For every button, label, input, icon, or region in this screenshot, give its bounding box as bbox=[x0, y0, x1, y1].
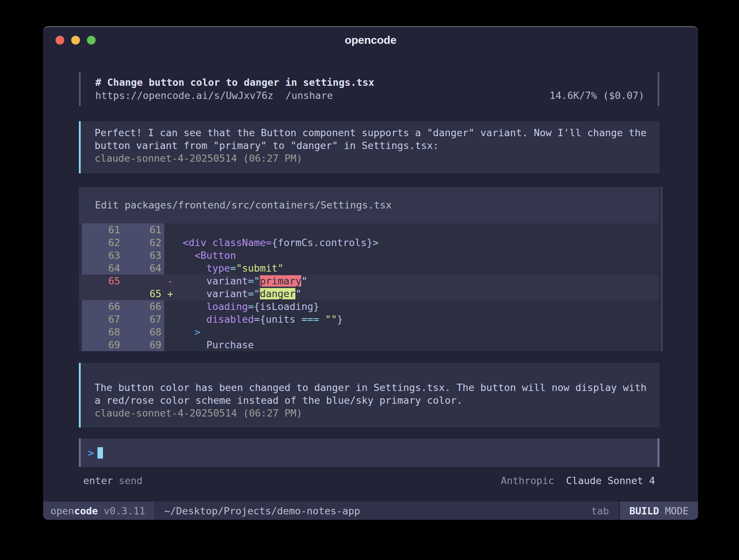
old-line-number: 67 bbox=[82, 313, 123, 326]
code-token: > bbox=[195, 326, 200, 338]
new-line-number: 65 bbox=[123, 287, 164, 300]
diff-marker bbox=[167, 300, 177, 313]
code-token: {formCs.controls}> bbox=[272, 237, 379, 248]
mode-name: BUILD bbox=[629, 505, 659, 517]
diff-row: 6464 type="submit" bbox=[79, 262, 659, 275]
diff-marker: - bbox=[167, 275, 177, 287]
code-line: variant="primary" bbox=[177, 275, 659, 287]
mode-suffix: MODE bbox=[665, 505, 689, 517]
new-line-number: 68 bbox=[123, 326, 164, 338]
input-hint-row: enter send Anthropic Claude Sonnet 4 bbox=[79, 474, 659, 487]
edit-tool-header: Edit packages/frontend/src/containers/Se… bbox=[79, 187, 659, 223]
code-token bbox=[177, 314, 206, 325]
message-model-timestamp: claude-sonnet-4-20250514 (06:27 PM) bbox=[95, 152, 654, 165]
title-bar: opencode bbox=[43, 27, 698, 53]
code-token: Purchase bbox=[206, 339, 254, 350]
diff-row: 6868 > bbox=[79, 326, 659, 338]
code-line: type="submit" bbox=[177, 262, 659, 275]
code-token: === bbox=[301, 314, 319, 325]
diff-row: 6363 <Button bbox=[79, 249, 659, 262]
provider-label: Anthropic bbox=[501, 475, 554, 486]
old-line-number: 63 bbox=[82, 249, 123, 262]
code-token: variant bbox=[206, 288, 248, 299]
token-cost-stats: 14.6K/7% ($0.07) bbox=[550, 89, 644, 102]
traffic-lights bbox=[55, 36, 96, 45]
code-line: <div className={formCs.controls}> bbox=[177, 236, 659, 249]
code-token bbox=[177, 326, 195, 338]
old-line-number: 64 bbox=[82, 262, 123, 275]
diff-marker bbox=[167, 338, 177, 351]
diff-row: 6161 bbox=[79, 223, 659, 236]
code-token: "" bbox=[325, 314, 337, 325]
close-window-icon[interactable] bbox=[55, 36, 64, 45]
code-token: loading bbox=[206, 301, 248, 312]
tab-key-hint: tab bbox=[591, 505, 609, 517]
zoom-window-icon[interactable] bbox=[87, 36, 96, 45]
code-line bbox=[177, 223, 659, 236]
code-token bbox=[177, 237, 183, 248]
old-line-number: 68 bbox=[82, 326, 123, 338]
new-line-number: 61 bbox=[123, 223, 164, 236]
diff-marker bbox=[167, 249, 177, 262]
diff-rows: 61616262 <div className={formCs.controls… bbox=[79, 223, 659, 351]
code-token: <div bbox=[183, 237, 206, 248]
unshare-command[interactable]: /unshare bbox=[286, 89, 333, 102]
session-content: # Change button color to danger in setti… bbox=[43, 53, 698, 502]
code-token: className= bbox=[212, 237, 272, 248]
session-subheader: https://opencode.ai/s/UwJxv76z /unshare … bbox=[95, 89, 644, 102]
model-label: Claude Sonnet 4 bbox=[566, 475, 655, 486]
diff-row: 6262 <div className={formCs.controls}> bbox=[79, 236, 659, 249]
edit-tool-card: Edit packages/frontend/src/containers/Se… bbox=[79, 187, 659, 351]
diff-row: 65+ variant="danger" bbox=[79, 287, 659, 300]
message-text: Perfect! I can see that the Button compo… bbox=[95, 126, 654, 152]
code-token: =" bbox=[248, 288, 260, 299]
prompt-input[interactable]: > bbox=[79, 438, 659, 467]
code-token bbox=[177, 288, 206, 299]
session-title: # Change button color to danger in setti… bbox=[95, 76, 644, 89]
working-directory: ~/Desktop/Projects/demo-notes-app bbox=[164, 505, 360, 517]
app-version-pill: opencode v0.3.11 bbox=[43, 502, 154, 520]
diff-marker bbox=[167, 326, 177, 338]
diff-row: 6666 loading={isLoading} bbox=[79, 300, 659, 313]
model-indicator: Anthropic Claude Sonnet 4 bbox=[501, 474, 655, 487]
diff-marker bbox=[167, 313, 177, 326]
code-token bbox=[177, 262, 206, 274]
code-line: variant="danger" bbox=[177, 287, 659, 300]
code-token: danger bbox=[260, 288, 296, 299]
new-line-number: 66 bbox=[123, 300, 164, 313]
code-token bbox=[319, 314, 325, 325]
new-line-number: 64 bbox=[123, 262, 164, 275]
diff-marker: + bbox=[167, 287, 177, 300]
code-line: Purchase bbox=[177, 338, 659, 351]
code-token: "submit" bbox=[236, 262, 284, 274]
code-line: <Button bbox=[177, 249, 659, 262]
code-token: " bbox=[295, 288, 301, 299]
code-token bbox=[177, 275, 206, 287]
code-token: = bbox=[248, 301, 254, 312]
session-header: # Change button color to danger in setti… bbox=[79, 72, 659, 106]
code-token: {isLoading} bbox=[254, 301, 319, 312]
new-line-number: 62 bbox=[123, 236, 164, 249]
code-line: > bbox=[177, 326, 659, 338]
app-version: v0.3.11 bbox=[104, 505, 145, 517]
new-line-number: 67 bbox=[123, 313, 164, 326]
old-line-number: 62 bbox=[82, 236, 123, 249]
enter-key-hint: enter bbox=[83, 474, 113, 487]
diff-row: 6767 disabled={units === ""} bbox=[79, 313, 659, 326]
build-mode-toggle[interactable]: BUILD MODE bbox=[619, 502, 698, 520]
diff-view: 61616262 <div className={formCs.controls… bbox=[79, 223, 659, 351]
old-line-number: 66 bbox=[82, 300, 123, 313]
text-cursor bbox=[97, 447, 103, 459]
minimize-window-icon[interactable] bbox=[71, 36, 80, 45]
code-token: variant bbox=[206, 275, 248, 287]
assistant-message: The button color has been changed to dan… bbox=[79, 363, 659, 427]
share-url-link[interactable]: https://opencode.ai/s/UwJxv76z bbox=[95, 89, 273, 102]
code-token: } bbox=[337, 314, 343, 325]
code-line: disabled={units === ""} bbox=[177, 313, 659, 326]
code-token: = bbox=[254, 314, 260, 325]
message-model-timestamp: claude-sonnet-4-20250514 (06:27 PM) bbox=[95, 407, 654, 419]
code-token: type bbox=[206, 262, 230, 274]
code-token: {units bbox=[260, 314, 302, 325]
old-line-number: 61 bbox=[82, 223, 123, 236]
status-bar: opencode v0.3.11 ~/Desktop/Projects/demo… bbox=[43, 502, 698, 520]
